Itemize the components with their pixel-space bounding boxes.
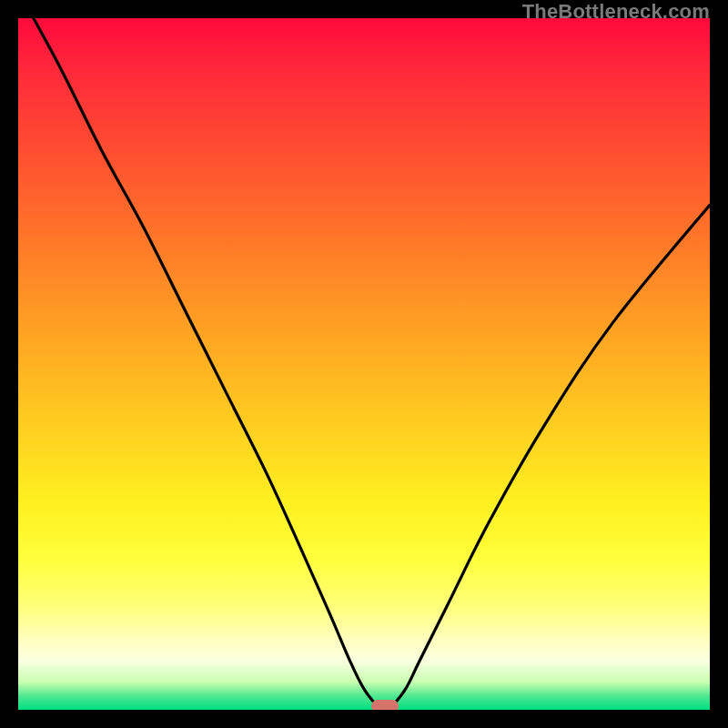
- plot-area: [18, 18, 710, 710]
- min-marker-icon: [371, 700, 399, 710]
- bottleneck-curve: [18, 18, 710, 710]
- chart-container: TheBottleneck.com: [0, 0, 728, 728]
